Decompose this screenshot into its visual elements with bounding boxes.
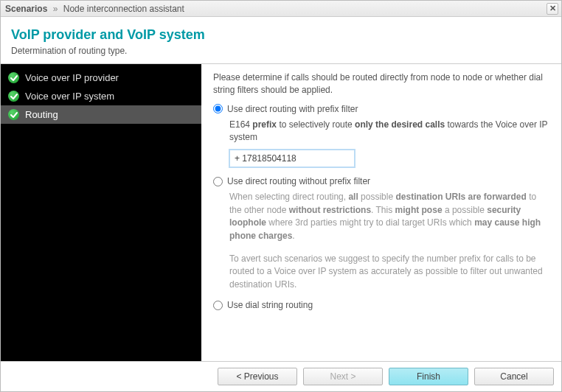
option-row[interactable]: Use dial string routing — [213, 300, 549, 310]
wizard-header: VoIP provider and VoIP system Determinat… — [1, 17, 561, 64]
radio-direct-with-prefix[interactable] — [213, 104, 223, 113]
sidebar-item-routing[interactable]: Routing — [1, 105, 201, 124]
previous-button[interactable]: < Previous — [218, 368, 297, 385]
page-title: VoIP provider and VoIP system — [11, 27, 552, 43]
option-label: Use dial string routing — [227, 300, 313, 310]
sidebar: Voice over IP provider Voice over IP sys… — [1, 64, 201, 361]
next-button: Next > — [303, 368, 383, 385]
radio-dial-string[interactable] — [213, 301, 223, 310]
option-dial-string: Use dial string routing — [213, 300, 549, 310]
titlebar: Scenarios » Node interconnection assista… — [1, 1, 561, 17]
cancel-button[interactable]: Cancel — [474, 368, 554, 385]
breadcrumb-root: Scenarios — [5, 4, 47, 14]
intro-text: Please determine if calls should be rout… — [213, 71, 549, 97]
prefix-input[interactable] — [229, 150, 355, 167]
check-icon — [8, 72, 19, 83]
option-label: Use direct routing with prefix filter — [227, 104, 358, 114]
check-icon — [8, 91, 19, 102]
breadcrumb-page: Node interconnection assistant — [63, 4, 184, 14]
close-button[interactable]: ✕ — [547, 3, 558, 15]
opt2-warning: When selecting direct routing, all possi… — [229, 191, 549, 242]
breadcrumb-sep: » — [53, 4, 58, 14]
option-label: Use direct routing without prefix filter — [227, 176, 370, 186]
close-icon: ✕ — [549, 4, 556, 13]
sidebar-item-label: Routing — [25, 109, 58, 120]
wizard-footer: < Previous Next > Finish Cancel — [1, 361, 561, 391]
sidebar-item-label: Voice over IP provider — [25, 72, 119, 83]
wizard-window: Scenarios » Node interconnection assista… — [0, 0, 562, 392]
sidebar-item-label: Voice over IP system — [25, 91, 114, 102]
content-pane: Please determine if calls should be rout… — [201, 64, 561, 361]
sidebar-item-voip-provider[interactable]: Voice over IP provider — [1, 69, 201, 87]
opt2-suggestion: To avert such scenarios we suggest to sp… — [229, 253, 549, 291]
option-direct-without-prefix: Use direct routing without prefix filter… — [213, 176, 549, 291]
option-row[interactable]: Use direct routing with prefix filter — [213, 104, 549, 114]
page-subtitle: Determination of routing type. — [11, 46, 552, 56]
check-icon — [8, 109, 19, 120]
option-row[interactable]: Use direct routing without prefix filter — [213, 176, 549, 186]
breadcrumb: Scenarios » Node interconnection assista… — [5, 4, 184, 14]
option-body: E164 prefix to selectively route only th… — [229, 119, 549, 168]
sidebar-item-voip-system[interactable]: Voice over IP system — [1, 87, 201, 105]
opt1-desc: E164 prefix to selectively route only th… — [229, 119, 547, 142]
option-body: When selecting direct routing, all possi… — [229, 191, 549, 291]
radio-direct-without-prefix[interactable] — [213, 177, 223, 186]
wizard-body: Voice over IP provider Voice over IP sys… — [1, 64, 561, 361]
option-direct-with-prefix: Use direct routing with prefix filter E1… — [213, 104, 549, 168]
finish-button[interactable]: Finish — [389, 368, 468, 385]
